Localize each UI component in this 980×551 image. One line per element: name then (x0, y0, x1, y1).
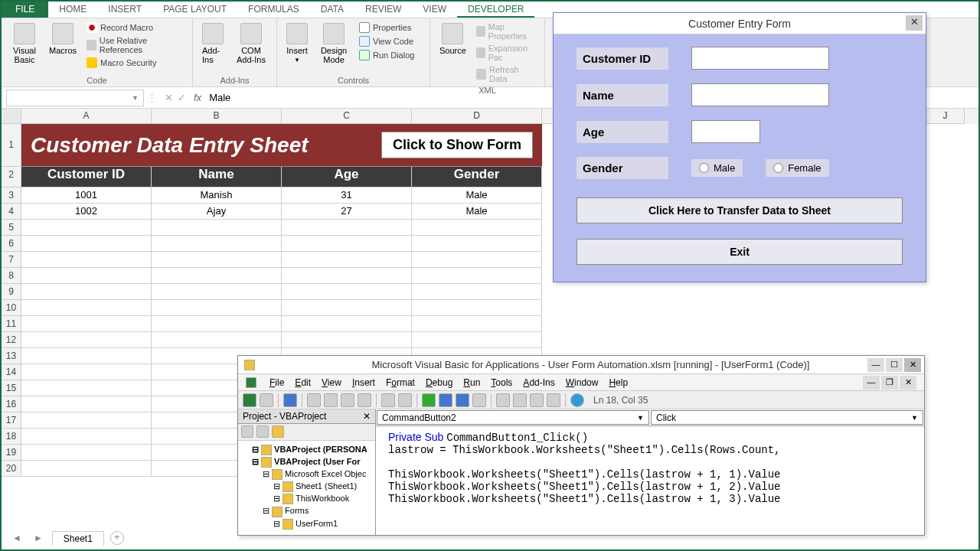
undo-icon[interactable] (381, 393, 395, 407)
find-icon[interactable] (358, 393, 371, 407)
menu-help[interactable]: Help (609, 377, 628, 388)
com-addins-button[interactable]: COM Add-Ins (231, 21, 271, 66)
col-j[interactable]: J (926, 109, 965, 124)
folder-icon[interactable] (272, 425, 284, 438)
cell[interactable] (152, 268, 282, 284)
cell[interactable] (412, 220, 542, 236)
procedure-select[interactable]: Click▼ (651, 410, 923, 425)
row-header[interactable]: 6 (2, 236, 21, 252)
cell[interactable] (152, 332, 282, 348)
cell[interactable] (282, 284, 412, 300)
tree-item[interactable]: ⊟ Sheet1 (Sheet1) (241, 481, 372, 493)
tab-nav-prev-icon[interactable]: ◄ (9, 533, 24, 543)
col-a[interactable]: A (21, 109, 152, 124)
cell[interactable] (21, 412, 152, 429)
row-header[interactable]: 13 (2, 348, 21, 364)
cell[interactable] (21, 380, 152, 396)
tab-developer[interactable]: DEVELOPER (457, 2, 534, 18)
menu-window[interactable]: Window (566, 377, 599, 388)
relative-refs-button[interactable]: Use Relative References (84, 35, 186, 55)
source-button[interactable]: Source (436, 21, 469, 57)
show-form-button[interactable]: Click to Show Form (381, 132, 533, 158)
col-c[interactable]: C (282, 109, 412, 124)
tree-item[interactable]: ⊟ VBAProject (PERSONA (241, 444, 372, 456)
menu-tools[interactable]: Tools (491, 377, 512, 388)
cell[interactable]: Manish (152, 187, 282, 204)
view-code-icon[interactable] (241, 425, 253, 438)
row-header[interactable]: 3 (2, 187, 21, 204)
cell[interactable] (21, 300, 152, 316)
row-header[interactable]: 16 (2, 396, 21, 412)
sheet-tab[interactable]: Sheet1 (52, 531, 104, 546)
code-editor[interactable]: Private Sub CommandButton1_Click() lastr… (376, 426, 924, 535)
tab-review[interactable]: REVIEW (354, 2, 412, 18)
cell[interactable] (412, 332, 542, 348)
redo-icon[interactable] (398, 393, 412, 407)
maximize-icon[interactable]: ☐ (886, 358, 903, 372)
cell[interactable]: Male (412, 204, 542, 220)
insert-control-button[interactable]: Insert▼ (283, 21, 311, 65)
row-header[interactable]: 8 (2, 268, 21, 284)
row-header[interactable]: 11 (2, 316, 21, 332)
radio-male[interactable]: Male (691, 159, 743, 177)
cell[interactable] (152, 300, 282, 316)
tab-page-layout[interactable]: PAGE LAYOUT (152, 2, 237, 18)
design-icon[interactable] (472, 393, 486, 407)
row-header[interactable]: 4 (2, 204, 21, 220)
visual-basic-button[interactable]: Visual Basic (8, 21, 41, 66)
toolbox-icon[interactable] (547, 393, 560, 407)
cell[interactable] (282, 220, 412, 236)
close-icon[interactable]: ✕ (363, 411, 371, 422)
row-header[interactable]: 15 (2, 380, 21, 396)
row-header[interactable]: 10 (2, 300, 21, 316)
fx-icon[interactable]: fx (194, 92, 201, 103)
properties-button[interactable]: Properties (357, 21, 416, 34)
cell[interactable] (21, 220, 152, 236)
cell[interactable] (21, 348, 152, 364)
cell[interactable]: Ajay (152, 204, 282, 220)
design-mode-button[interactable]: Design Mode (315, 21, 352, 66)
cell[interactable] (282, 332, 412, 348)
view-object-icon[interactable] (256, 425, 269, 438)
cell[interactable]: 1002 (21, 204, 152, 220)
exit-button[interactable]: Exit (577, 239, 903, 265)
menu-addins[interactable]: Add-Ins (523, 377, 554, 388)
cell[interactable] (21, 268, 152, 284)
row-header[interactable]: 14 (2, 364, 21, 380)
run-icon[interactable] (422, 393, 436, 407)
cell[interactable]: Male (412, 187, 542, 204)
child-close-icon[interactable]: ✕ (900, 376, 916, 390)
cancel-icon[interactable]: ✕ (165, 92, 173, 103)
col-b[interactable]: B (152, 109, 282, 124)
tree-item[interactable]: ⊟ UserForm1 (241, 518, 372, 530)
tab-data[interactable]: DATA (310, 2, 354, 18)
menu-view[interactable]: View (322, 377, 341, 388)
object-select[interactable]: CommandButton2▼ (377, 410, 649, 425)
cell[interactable] (21, 445, 152, 461)
cell[interactable] (412, 236, 542, 252)
close-icon[interactable]: ✕ (906, 15, 923, 31)
record-macro-button[interactable]: Record Macro (84, 21, 186, 34)
close-icon[interactable]: ✕ (904, 358, 921, 372)
cell[interactable]: 27 (282, 204, 412, 220)
cell[interactable] (282, 300, 412, 316)
row-header[interactable]: 12 (2, 332, 21, 348)
userform-titlebar[interactable]: Customer Entry Form ✕ (554, 13, 926, 34)
cell[interactable] (21, 236, 152, 252)
cell[interactable]: 31 (282, 187, 412, 204)
cell[interactable] (21, 332, 152, 348)
menu-format[interactable]: Format (386, 377, 415, 388)
macro-security-button[interactable]: Macro Security (84, 57, 186, 69)
save-icon[interactable] (283, 393, 297, 407)
cell[interactable] (21, 252, 152, 268)
row-header[interactable]: 19 (2, 445, 21, 461)
row-header[interactable]: 1 (2, 124, 21, 167)
enter-icon[interactable]: ✓ (178, 92, 186, 103)
transfer-button[interactable]: Click Here to Transfer Data to Sheet (577, 197, 903, 223)
cell[interactable] (412, 284, 542, 300)
paste-icon[interactable] (341, 393, 354, 407)
menu-debug[interactable]: Debug (426, 377, 452, 388)
child-restore-icon[interactable]: ❐ (881, 376, 898, 390)
cell[interactable] (282, 236, 412, 252)
view-code-button[interactable]: View Code (357, 35, 416, 47)
